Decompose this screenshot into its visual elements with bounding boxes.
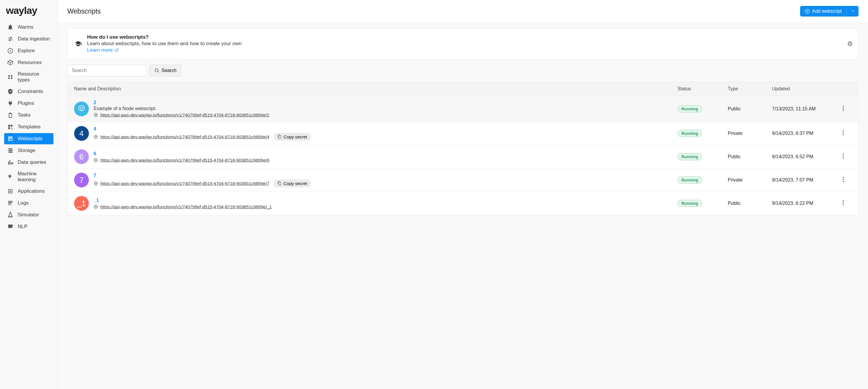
flask-icon	[7, 212, 13, 218]
sidebar-item-resource-types[interactable]: Resource types	[4, 69, 54, 85]
sidebar-item-webscripts[interactable]: Webscripts	[4, 133, 54, 144]
row-updated: 7/13/2023, 11:15 AM	[772, 106, 840, 111]
row-url[interactable]: https://api-aws-dev.waylay.io/functions/…	[100, 181, 269, 186]
sidebar-item-applications[interactable]: Applications	[4, 186, 54, 197]
kebab-menu-icon[interactable]	[840, 105, 846, 111]
sidebar-item-tasks[interactable]: Tasks	[4, 109, 54, 121]
kebab-menu-icon[interactable]	[840, 199, 846, 206]
sidebar-item-machine-learning[interactable]: Machine learning	[4, 168, 54, 185]
svg-point-24	[843, 179, 844, 180]
row-url[interactable]: https://api-aws-dev.waylay.io/functions/…	[100, 112, 269, 118]
table-row[interactable]: 6 6 https://api-aws-dev.waylay.io/functi…	[68, 145, 858, 168]
nav-label: Alarms	[18, 24, 33, 30]
nav-label: NLP	[18, 224, 27, 230]
svg-line-6	[158, 71, 159, 72]
svg-point-25	[843, 181, 844, 182]
sidebar-item-simulator[interactable]: Simulator	[4, 209, 54, 221]
globe-icon	[94, 135, 98, 139]
row-name[interactable]: 6	[94, 151, 678, 156]
apps-icon	[7, 188, 13, 195]
row-name[interactable]: 2	[94, 100, 678, 105]
table-row[interactable]: 4 4 https://api-aws-dev.waylay.io/functi…	[68, 122, 858, 145]
nav-label: Storage	[18, 148, 35, 154]
kebab-menu-icon[interactable]	[840, 130, 846, 136]
logs-icon	[7, 200, 13, 206]
table-row[interactable]: 7 7 https://api-aws-dev.waylay.io/functi…	[68, 168, 858, 192]
sidebar-item-templates[interactable]: Templates	[4, 121, 54, 132]
row-type: Private	[728, 131, 772, 136]
svg-point-21	[843, 158, 844, 159]
globe-icon	[94, 204, 98, 209]
row-updated: 9/14/2023, 6:22 PM	[772, 201, 840, 206]
chart-icon	[7, 159, 13, 166]
row-name[interactable]: 7	[94, 173, 678, 178]
sidebar-item-explore[interactable]: Explore	[4, 45, 54, 56]
sidebar-item-logs[interactable]: Logs	[4, 197, 54, 209]
copy-secret-button[interactable]: Copy secret	[273, 133, 311, 141]
copy-secret-button[interactable]: Copy secret	[273, 180, 311, 187]
clipboard-icon	[7, 112, 13, 118]
search-icon	[154, 68, 159, 73]
col-name: Name and Description	[74, 86, 678, 92]
add-button-dropdown[interactable]	[846, 6, 859, 17]
avatar: 7	[74, 173, 89, 187]
row-updated: 9/14/2023, 7:07 PM	[772, 177, 840, 183]
sidebar-item-constraints[interactable]: Constraints	[4, 86, 54, 97]
avatar: 4	[74, 126, 89, 141]
search-input[interactable]	[67, 65, 147, 76]
nav-label: Constraints	[18, 89, 43, 94]
add-webscript-button[interactable]: Add webscript	[800, 6, 859, 17]
nav-label: Explore	[18, 48, 35, 54]
template-icon	[7, 124, 13, 130]
ingest-icon	[7, 36, 13, 42]
learn-more-link[interactable]: Learn more	[87, 47, 119, 53]
shield-icon	[7, 88, 13, 95]
chevron-down-icon	[851, 9, 855, 13]
close-icon[interactable]	[847, 41, 853, 46]
table-header: Name and Description Status Type Updated	[68, 82, 858, 96]
banner-title: How do I use webscripts?	[87, 34, 242, 40]
sidebar-item-data-ingestion[interactable]: Data ingestion	[4, 33, 54, 44]
row-url[interactable]: https://api-aws-dev.waylay.io/functions/…	[100, 134, 269, 139]
status-badge: Running	[678, 130, 702, 137]
types-icon	[7, 74, 13, 80]
sidebar-item-resources[interactable]: Resources	[4, 57, 54, 68]
table-row[interactable]: 2 Example of a Node webscript. https://a…	[68, 96, 858, 122]
svg-point-19	[843, 154, 844, 155]
ml-icon	[7, 173, 13, 180]
sidebar-item-storage[interactable]: Storage	[4, 145, 54, 156]
sidebar-item-alarms[interactable]: Alarms	[4, 22, 54, 33]
page-header: Webscripts Add webscript	[58, 0, 868, 23]
kebab-menu-icon[interactable]	[840, 153, 846, 159]
sidebar-item-plugins[interactable]: Plugins	[4, 98, 54, 109]
main: Webscripts Add webscript How do I use we…	[58, 0, 868, 389]
webscripts-table: Name and Description Status Type Updated…	[67, 82, 859, 215]
table-row[interactable]: _1 _1 https://api-aws-dev.waylay.io/func…	[68, 192, 858, 215]
add-button-label: Add webscript	[812, 8, 842, 14]
globe-icon	[94, 181, 98, 186]
status-badge: Running	[678, 176, 702, 184]
storage-icon	[7, 147, 13, 154]
plug-icon	[7, 100, 13, 106]
sidebar-item-data-queries[interactable]: Data queries	[4, 157, 54, 168]
sidebar-item-nlp[interactable]: NLP	[4, 221, 54, 232]
col-status: Status	[678, 86, 728, 92]
kebab-menu-icon[interactable]	[840, 176, 846, 183]
avatar: _1	[74, 196, 89, 211]
avatar	[74, 101, 89, 116]
row-name[interactable]: _1	[94, 198, 678, 203]
status-badge: Running	[678, 153, 702, 160]
row-name[interactable]: 4	[94, 126, 678, 132]
avatar: 6	[74, 149, 89, 164]
svg-point-8	[82, 107, 83, 108]
banner-text: Learn about webscripts, how to use them …	[87, 41, 242, 46]
search-row: Search	[67, 65, 859, 76]
row-url[interactable]: https://api-aws-dev.waylay.io/functions/…	[100, 158, 269, 163]
page-title: Webscripts	[67, 7, 101, 15]
search-button[interactable]: Search	[149, 65, 182, 76]
svg-point-17	[843, 134, 844, 135]
svg-point-28	[843, 202, 844, 203]
svg-point-20	[843, 156, 844, 157]
row-url[interactable]: https://api-aws-dev.waylay.io/functions/…	[100, 204, 272, 209]
svg-point-7	[80, 107, 81, 108]
